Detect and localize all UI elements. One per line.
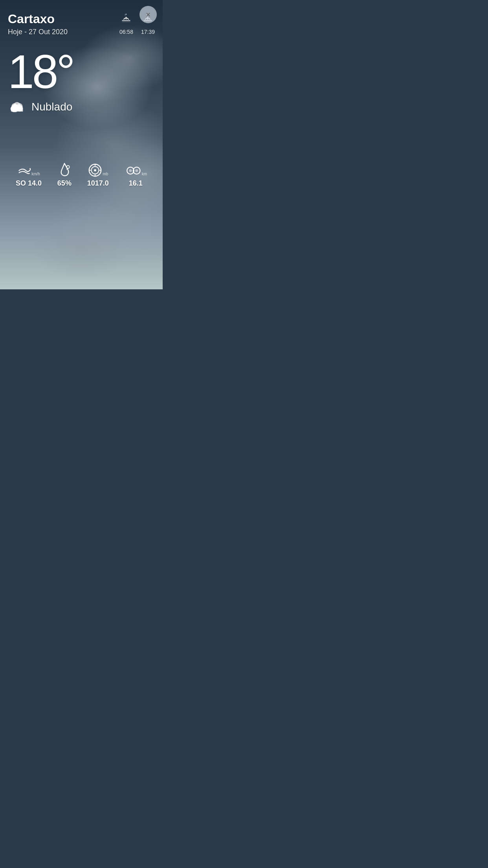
pressure-icon [88, 163, 103, 178]
current-temperature: 18° [8, 48, 155, 95]
visibility-value: 16.1 [129, 179, 143, 188]
visibility-icon [125, 164, 142, 178]
current-date: Hoje - 27 Out 2020 [8, 28, 119, 36]
pressure-icon-row: mb [88, 163, 108, 178]
header-section: Cartaxo Hoje - 27 Out 2020 ↑ [8, 8, 155, 36]
visibility-unit-label: km [142, 172, 147, 176]
wind-icon-row: km/h [17, 164, 40, 178]
weather-screen: × Cartaxo Hoje - 27 Out 2020 [0, 0, 163, 289]
temperature-section: 18° [8, 48, 155, 95]
visibility-icon-row: km [125, 164, 147, 178]
wind-value: SO 14.0 [16, 179, 42, 188]
main-content: Cartaxo Hoje - 27 Out 2020 ↑ [0, 0, 163, 195]
pressure-stat: mb 1017.0 [87, 163, 109, 188]
pressure-value: 1017.0 [87, 179, 109, 188]
wind-icon [17, 164, 31, 178]
visibility-stat: km 16.1 [125, 164, 147, 188]
city-name: Cartaxo [8, 12, 119, 26]
stats-row: km/h SO 14.0 65% [8, 162, 155, 195]
humidity-icon-row [57, 162, 72, 178]
condition-row: Nublado [8, 99, 155, 115]
close-icon: × [146, 11, 150, 18]
condition-label: Nublado [31, 101, 72, 113]
svg-point-25 [129, 169, 132, 172]
sunrise-item: ↑ 06:58 [119, 14, 133, 35]
svg-text:↑: ↑ [124, 14, 126, 17]
sunrise-time: 06:58 [119, 29, 133, 35]
svg-point-19 [94, 169, 96, 171]
cloud-condition-icon [8, 99, 28, 115]
humidity-stat: 65% [57, 162, 72, 188]
pressure-unit-label: mb [103, 172, 108, 176]
wind-stat: km/h SO 14.0 [16, 164, 42, 188]
location-block: Cartaxo Hoje - 27 Out 2020 [8, 12, 119, 36]
svg-rect-14 [12, 106, 22, 109]
humidity-value: 65% [57, 179, 72, 188]
sunrise-icon: ↑ [121, 14, 132, 27]
humidity-icon [57, 162, 72, 178]
sunset-time: 17:39 [141, 29, 155, 35]
svg-point-27 [135, 169, 138, 172]
close-button[interactable]: × [139, 6, 157, 23]
svg-point-15 [66, 166, 69, 168]
wind-unit-label: km/h [31, 172, 40, 176]
